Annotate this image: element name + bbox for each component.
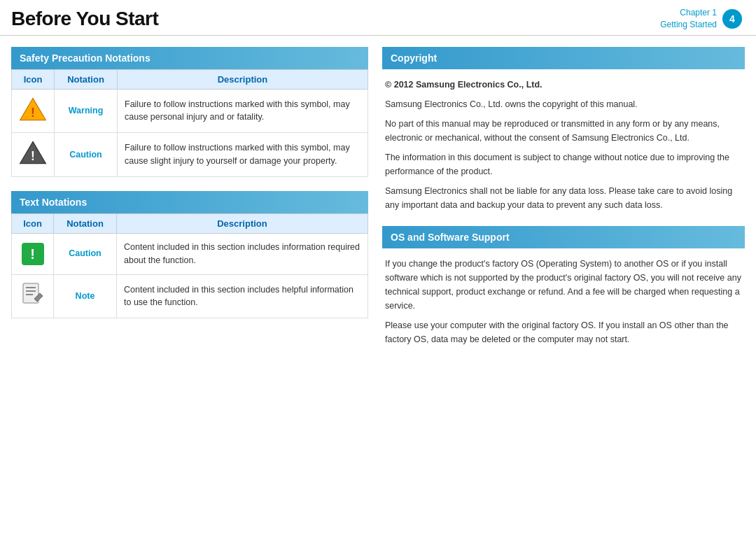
note-paper-icon <box>20 282 46 307</box>
svg-rect-6 <box>26 290 36 292</box>
caution-triangle-icon: ! <box>19 140 47 165</box>
page-header: Before You Start Chapter 1 Getting Start… <box>0 0 756 36</box>
col-notation: Notation <box>55 69 118 89</box>
note-description: Content included in this section include… <box>117 274 368 318</box>
table-row: ! Caution Content included in this secti… <box>12 234 368 275</box>
copyright-section: Copyright © 2012 Samsung Electronics Co.… <box>382 47 745 212</box>
svg-text:!: ! <box>31 149 35 163</box>
text-caution-description: Content included in this section include… <box>117 234 368 275</box>
text-caution-notation: Caution <box>54 234 117 275</box>
copyright-p4: Samsung Electronics shall not be liable … <box>385 184 742 212</box>
chapter-label: Chapter 1 Getting Started <box>660 7 717 31</box>
caution-description: Failure to follow instructions marked wi… <box>118 133 368 177</box>
note-notation: Note <box>54 274 117 318</box>
chapter-sub: Getting Started <box>660 19 717 31</box>
chapter-name: Chapter 1 <box>660 7 717 19</box>
left-column: Safety Precaution Notations Icon Notatio… <box>11 47 368 520</box>
safety-section-header: Safety Precaution Notations <box>11 47 368 69</box>
table-row: ! Caution Failure to follow instructions… <box>12 133 368 177</box>
col-notation2: Notation <box>54 214 117 234</box>
warning-icon-cell: ! <box>12 89 55 133</box>
copyright-bold: © 2012 Samsung Electronics Co., Ltd. <box>385 78 742 92</box>
os-p1: If you change the product's factory OS (… <box>385 257 742 313</box>
col-icon2: Icon <box>12 214 54 234</box>
warning-notation: Warning <box>55 89 118 133</box>
os-p2: Please use your computer with the origin… <box>385 318 742 346</box>
warning-description: Failure to follow instructions marked wi… <box>118 89 368 133</box>
green-exclaim-cell: ! <box>12 234 54 275</box>
right-column: Copyright © 2012 Samsung Electronics Co.… <box>382 47 745 520</box>
chapter-number: 4 <box>722 9 742 29</box>
text-table: Icon Notation Description ! Caution Cont… <box>11 213 368 318</box>
page-title: Before You Start <box>11 8 158 30</box>
copyright-p3: The information in this document is subj… <box>385 150 742 178</box>
green-exclamation-icon: ! <box>22 243 44 265</box>
os-header: OS and Software Support <box>382 226 745 248</box>
main-content: Safety Precaution Notations Icon Notatio… <box>0 36 756 531</box>
caution-notation: Caution <box>55 133 118 177</box>
col-description: Description <box>118 69 368 89</box>
svg-rect-5 <box>26 287 36 288</box>
text-section-header: Text Notations <box>11 191 368 213</box>
note-icon-cell <box>12 274 54 318</box>
table-row: ! Warning Failure to follow instructions… <box>12 89 368 133</box>
copyright-p2: No part of this manual may be reproduced… <box>385 117 742 145</box>
os-section: OS and Software Support If you change th… <box>382 226 745 346</box>
table-row: Note Content included in this section in… <box>12 274 368 318</box>
copyright-header: Copyright <box>382 47 745 69</box>
col-icon: Icon <box>12 69 55 89</box>
safety-table: Icon Notation Description ! Warning Fail… <box>11 69 368 178</box>
copyright-p1: Samsung Electronics Co., Ltd. owns the c… <box>385 97 742 111</box>
svg-rect-7 <box>26 294 33 295</box>
warning-triangle-icon: ! <box>19 97 47 122</box>
caution-icon-cell: ! <box>12 133 55 177</box>
chapter-info: Chapter 1 Getting Started 4 <box>660 7 742 31</box>
col-description2: Description <box>117 214 368 234</box>
svg-text:!: ! <box>31 105 35 119</box>
